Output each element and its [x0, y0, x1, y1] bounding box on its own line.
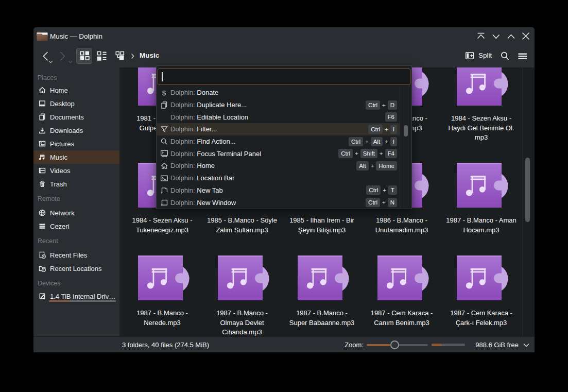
svg-text:$: $ [162, 89, 166, 96]
